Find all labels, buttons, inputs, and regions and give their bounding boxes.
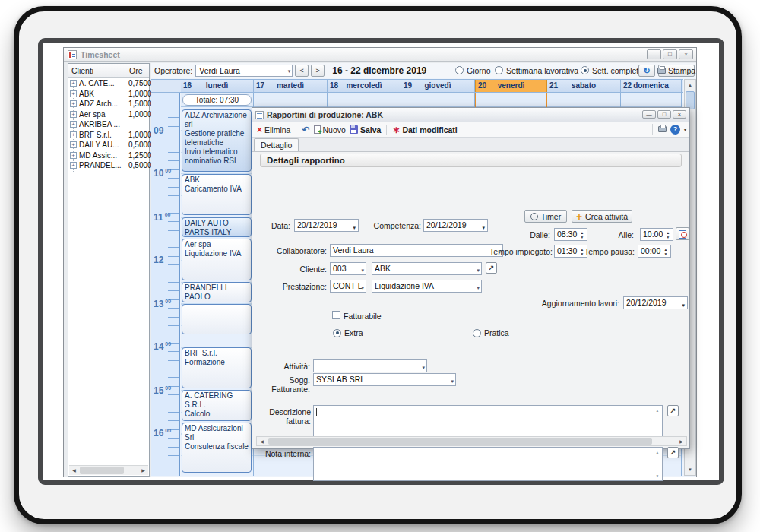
calendar-event[interactable]: A. CATERING S.R.L. Calcolo liquidazione … <box>182 390 252 421</box>
open-descrizione-icon[interactable]: ↗ <box>667 405 679 416</box>
calendar-event[interactable]: ADZ Archiviazione srl Gestione pratiche … <box>182 109 252 172</box>
clients-column-header[interactable]: Clienti <box>71 66 93 75</box>
calendar-event-empty[interactable] <box>182 304 252 334</box>
day-header-monday[interactable]: 16lunedì <box>181 80 254 92</box>
day-column-monday[interactable]: Totale: 07:30 ADZ Archiviazione srl Gest… <box>181 93 254 476</box>
delete-button[interactable]: ×Elimina <box>257 125 290 135</box>
radio-selected-icon[interactable] <box>581 66 589 74</box>
expand-icon[interactable]: + <box>70 90 77 97</box>
view-option-full-week[interactable]: Sett. completa <box>581 66 643 75</box>
pratica-radio[interactable]: Pratica <box>473 328 509 337</box>
scroll-left-icon[interactable]: ◀ <box>257 437 267 446</box>
chevron-down-icon[interactable]: ▾ <box>477 282 480 293</box>
client-row[interactable]: +Aer spa1,0000 <box>68 109 149 120</box>
alle-field[interactable]: 10:00▴▾ <box>640 228 673 241</box>
expand-icon[interactable]: + <box>70 162 77 169</box>
calendar-event[interactable]: ABK Caricamento IVA <box>182 174 252 215</box>
rapportini-horizontal-scrollbar[interactable]: ◀ ▶ <box>256 436 687 446</box>
scroll-right-icon[interactable]: ▶ <box>138 466 148 475</box>
radio-icon[interactable] <box>455 66 464 74</box>
aggiornamento-field[interactable]: 20/12/2019▾ <box>623 296 688 309</box>
tempo-pausa-field[interactable]: 00:00▴▾ <box>638 245 671 258</box>
calendar-event[interactable]: BRF S.r.l. Formazione <box>182 347 252 388</box>
prestazione-code-field[interactable]: CONT-L▾ <box>330 280 366 293</box>
next-week-button[interactable]: > <box>311 65 325 77</box>
day-header-thursday[interactable]: 19giovedì <box>401 80 475 92</box>
prev-week-button[interactable]: < <box>295 65 309 77</box>
scroll-up-icon[interactable]: ▲ <box>685 80 695 90</box>
open-nota-icon[interactable]: ↗ <box>667 447 679 458</box>
extra-radio[interactable]: Extra <box>333 328 363 337</box>
fatturabile-checkbox[interactable] <box>332 311 340 319</box>
scroll-down-icon[interactable]: ▼ <box>685 464 695 475</box>
client-row[interactable]: +AKRIBEA ... <box>68 119 149 130</box>
expand-icon[interactable]: + <box>70 152 77 159</box>
client-row[interactable]: +PRANDEL...0,5000 <box>68 160 149 171</box>
chevron-down-icon[interactable]: ▾ <box>451 375 454 387</box>
operator-select[interactable]: Verdi Laura▾ <box>195 65 293 77</box>
open-cliente-icon[interactable]: ↗ <box>486 262 497 274</box>
undo-button[interactable]: ↶ <box>302 125 309 135</box>
help-icon[interactable]: ? <box>670 125 680 135</box>
hours-column-header[interactable]: Ore <box>129 66 143 75</box>
client-row[interactable]: +BRF S.r.l.1,0000 <box>68 130 149 141</box>
cliente-name-field[interactable]: ABK▾ <box>372 262 482 275</box>
close-icon[interactable]: × <box>673 110 686 119</box>
nota-interna-textarea[interactable]: ▴▾ <box>313 447 663 481</box>
chevron-down-icon[interactable]: ▾ <box>477 264 480 276</box>
printer-icon[interactable] <box>658 126 667 132</box>
day-header-saturday[interactable]: 21sabato <box>547 80 621 92</box>
sogg-fatturante-field[interactable]: SYSLAB SRL▾ <box>313 373 456 386</box>
calendar-event[interactable]: Aer spa Liquidazione IVA <box>182 239 252 280</box>
day-header-wednesday[interactable]: 18mercoledì <box>328 80 401 92</box>
competenza-field[interactable]: 20/12/2019▾ <box>423 219 488 232</box>
radio-icon[interactable] <box>495 66 503 74</box>
cliente-code-field[interactable]: 003▾ <box>330 262 366 275</box>
expand-icon[interactable]: + <box>70 111 77 118</box>
save-button[interactable]: Salva <box>350 125 381 135</box>
maximize-icon[interactable]: □ <box>663 49 677 59</box>
client-row[interactable]: +A. CATE...0,7500 <box>68 78 149 89</box>
dalle-field[interactable]: 08:30▴▾ <box>554 228 587 241</box>
scrollbar-thumb[interactable] <box>268 438 652 445</box>
calendar-event[interactable]: PRANDELLI PAOLO Elaborazione <box>182 282 252 302</box>
dropdown-icon[interactable]: ▾ <box>353 222 356 233</box>
dropdown-icon[interactable]: ▾ <box>682 299 685 311</box>
expand-icon[interactable]: + <box>70 100 77 107</box>
create-activity-button[interactable]: +Crea attività <box>572 210 632 223</box>
chevron-down-icon[interactable]: ▾ <box>684 127 686 132</box>
client-row[interactable]: +ABK1,0000 <box>68 89 149 100</box>
maximize-icon[interactable]: □ <box>657 110 671 119</box>
prestazione-name-field[interactable]: Liquidazione IVA▾ <box>372 280 482 293</box>
chevron-down-icon[interactable]: ▾ <box>361 282 364 293</box>
day-header-friday[interactable]: 20venerdì <box>475 80 547 92</box>
calendar-event[interactable]: DAILY AUTO PARTS ITALY S.R.L <box>182 217 252 237</box>
print-button[interactable]: Stampa <box>658 65 695 77</box>
chevron-down-icon[interactable]: ▾ <box>422 362 425 373</box>
calendar-clock-icon[interactable] <box>676 227 689 240</box>
timer-button[interactable]: Timer <box>524 210 567 223</box>
day-header-sunday[interactable]: 22domenica <box>621 80 682 92</box>
collaboratore-field[interactable]: Verdi Laura▾ <box>330 244 503 257</box>
refresh-button[interactable]: ↻ <box>638 65 655 77</box>
scroll-left-icon[interactable]: ◀ <box>69 466 79 475</box>
expand-icon[interactable]: + <box>70 121 77 128</box>
clients-horizontal-scrollbar[interactable]: ◀ ▶ <box>69 465 148 475</box>
view-option-day[interactable]: Giorno <box>455 66 491 75</box>
new-button[interactable]: Nuovo <box>314 125 346 135</box>
day-header-tuesday[interactable]: 17martedì <box>254 80 328 92</box>
client-row[interactable]: +DAILY AU...0,5000 <box>68 140 149 150</box>
attivita-field[interactable]: ▾ <box>313 359 427 372</box>
scrollbar-thumb[interactable] <box>80 467 124 474</box>
expand-icon[interactable]: + <box>70 131 77 138</box>
chevron-down-icon[interactable]: ▾ <box>361 264 364 276</box>
calendar-event[interactable]: MD Assicurazioni Srl Consulenza fiscale <box>182 423 252 473</box>
data-field[interactable]: 20/12/2019▾ <box>294 219 359 232</box>
close-icon[interactable]: × <box>679 49 693 59</box>
client-row[interactable]: +ADZ Arch...1,5000 <box>68 99 149 109</box>
dropdown-icon[interactable]: ▾ <box>482 222 485 233</box>
view-option-work-week[interactable]: Settimana lavorativa <box>495 66 578 75</box>
expand-icon[interactable]: + <box>70 80 77 87</box>
minimize-icon[interactable]: — <box>642 110 656 119</box>
expand-icon[interactable]: + <box>70 141 77 148</box>
